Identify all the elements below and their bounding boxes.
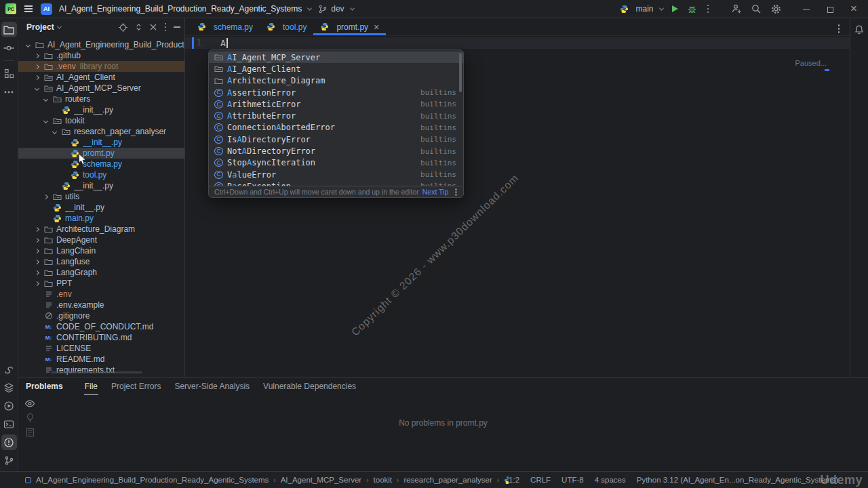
tab-promt-py[interactable]: promt.py× <box>313 18 386 35</box>
view-options-eye-icon[interactable] <box>24 399 35 408</box>
close-tab-icon[interactable]: × <box>374 22 379 32</box>
tree-item-readme-md[interactable]: M↓README.md <box>18 354 184 365</box>
settings-gear-icon[interactable] <box>770 3 782 15</box>
chevron-collapsed-icon[interactable] <box>35 281 39 285</box>
status-indicator-4[interactable]: 4 spaces <box>595 476 626 484</box>
commit-tool-icon[interactable] <box>1 40 17 56</box>
tree-item-utils[interactable]: utils <box>18 191 184 202</box>
status-indicator-utf-8[interactable]: UTF-8 <box>561 476 584 484</box>
status-indicator-crlf[interactable]: CRLF <box>530 476 551 484</box>
popup-scrollbar[interactable] <box>459 53 462 92</box>
tree-item-architecture-diagram[interactable]: Architecture_Diagram <box>18 224 184 235</box>
status-indicator-python[interactable]: Python 3.12 (AI_Agent_En...on_Ready_Agen… <box>637 476 838 484</box>
version-control-tool-icon[interactable] <box>1 453 17 468</box>
notifications-bell-icon[interactable] <box>854 24 865 35</box>
branch-switcher[interactable]: dev <box>318 4 353 14</box>
project-switcher[interactable]: AI_Agent_Engineering_Build_Production_Re… <box>59 4 311 14</box>
tab-tool-py[interactable]: tool.py <box>260 18 313 35</box>
chevron-collapsed-icon[interactable] <box>35 259 39 264</box>
completion-item-stopasynciteration[interactable]: CStopAsyncIterationbuiltins <box>209 157 463 169</box>
tree-item-env-example[interactable]: .env.example <box>18 300 184 310</box>
tab-options-icon[interactable] <box>837 23 842 35</box>
completion-item-assertionerror[interactable]: CAssertionErrorbuiltins <box>209 87 463 98</box>
tree-item-tookit[interactable]: tookit <box>18 115 184 126</box>
completion-item-connectionabortederror[interactable]: CConnectionAbortedErrorbuiltins <box>209 122 463 134</box>
more-actions-icon[interactable] <box>706 3 711 15</box>
python-packages-tool-icon[interactable] <box>1 361 17 377</box>
close-button[interactable]: × <box>846 2 861 16</box>
breadcrumb-item-research-paper-analyser[interactable]: research_paper_analyser <box>403 476 492 484</box>
project-tool-icon[interactable] <box>1 22 17 37</box>
tree-item-ai-agent-mcp-server[interactable]: AI_Agent_MCP_Server <box>18 83 184 94</box>
tree-item-schema-py[interactable]: schema.py <box>18 159 184 169</box>
search-icon[interactable] <box>751 3 762 14</box>
tree-item-env[interactable]: .env <box>18 289 184 300</box>
problems-tool-icon[interactable] <box>1 434 17 450</box>
chevron-collapsed-icon[interactable] <box>43 194 48 199</box>
problems-tab-server-side-analysis[interactable]: Server-Side Analysis <box>167 378 256 395</box>
tree-item-deepagent[interactable]: DeepAgent <box>18 235 184 245</box>
maximize-button[interactable] <box>823 3 837 14</box>
chevron-collapsed-icon[interactable] <box>35 75 39 79</box>
tree-item-routers[interactable]: routers <box>18 94 184 104</box>
problems-tab-file[interactable]: File <box>78 378 104 395</box>
breadcrumb-item-promt-py[interactable]: promt.py <box>504 476 509 485</box>
report-document-icon[interactable] <box>26 428 35 437</box>
expand-selection-icon[interactable] <box>134 22 143 32</box>
completion-item-arithmeticerror[interactable]: CArithmeticErrorbuiltins <box>209 98 463 110</box>
tree-item-gitignore[interactable]: .gitignore <box>18 310 184 321</box>
tree-item-github[interactable]: .github <box>18 50 184 61</box>
problems-panel-title[interactable]: Problems <box>26 382 63 391</box>
structure-tool-icon[interactable] <box>1 66 17 81</box>
chevron-collapsed-icon[interactable] <box>35 53 39 58</box>
breadcrumb-item-tookit[interactable]: tookit <box>374 476 393 484</box>
chevron-expanded-icon[interactable] <box>35 85 39 90</box>
tree-item-license[interactable]: LICENSE <box>18 343 184 354</box>
next-tip-link[interactable]: Next Tip <box>422 188 449 196</box>
tree-item-langgraph[interactable]: LangGraph <box>18 267 184 278</box>
chevron-expanded-icon[interactable] <box>43 96 48 101</box>
chevron-collapsed-icon[interactable] <box>35 64 39 68</box>
locate-file-icon[interactable] <box>118 22 128 33</box>
completion-item-valueerror[interactable]: CValueErrorbuiltins <box>209 169 463 180</box>
tree-item-tool-py[interactable]: tool.py <box>18 169 184 180</box>
tree-item-ai-agent-client[interactable]: AI_Agent_Client <box>18 72 184 83</box>
tree-item-ppt[interactable]: PPT <box>18 278 184 289</box>
tree-item-init-py[interactable]: __init__.py <box>18 104 184 115</box>
services-tool-icon[interactable] <box>1 380 17 395</box>
chevron-collapsed-icon[interactable] <box>35 248 39 253</box>
completion-item-attributeerror[interactable]: CAttributeErrorbuiltins <box>209 110 463 121</box>
tree-item-init-py[interactable]: __init__.py <box>18 137 184 148</box>
chevron-expanded-icon[interactable] <box>52 129 57 134</box>
status-indicator-1-2[interactable]: 1:2 <box>509 476 519 484</box>
terminal-tool-icon[interactable] <box>1 416 17 432</box>
tree-item-requirements-txt[interactable]: requirements.txt <box>18 365 184 375</box>
popup-options-icon[interactable] <box>454 187 457 196</box>
panel-options-icon[interactable] <box>163 22 168 33</box>
tree-item-ai-agent-engineering-build-production-ready-age[interactable]: AI_Agent_Engineering_Build_Production_Re… <box>18 39 184 50</box>
chevron-collapsed-icon[interactable] <box>35 270 39 274</box>
problems-tab-project-errors[interactable]: Project Errors <box>104 378 167 395</box>
tree-item-venv[interactable]: .venvlibrary root <box>18 61 184 72</box>
completion-item-baseexception[interactable]: CBaseExceptionbuiltins <box>209 180 463 186</box>
run-button[interactable] <box>672 5 678 12</box>
chevron-expanded-icon[interactable] <box>43 118 48 123</box>
tree-item-langchain[interactable]: LangChain <box>18 245 184 256</box>
completion-item-architecture-diagram[interactable]: Architecture_Diagram <box>209 75 463 87</box>
main-menu-icon[interactable] <box>23 3 34 15</box>
tree-item-init-py[interactable]: __init__.py <box>18 180 184 191</box>
breadcrumb-item-ai-agent-engineering-build-production-ready-agentic-systems[interactable]: AI_Agent_Engineering_Build_Production_Re… <box>36 476 269 484</box>
more-tool-windows-icon[interactable] <box>1 84 17 100</box>
debug-button[interactable] <box>687 4 697 14</box>
collapse-all-icon[interactable] <box>149 23 157 31</box>
completion-item-ai-agent-client[interactable]: AI_Agent_Client <box>209 63 463 75</box>
minimize-button[interactable] <box>799 3 814 14</box>
inspection-status[interactable]: Paused... <box>795 59 827 67</box>
run-configuration[interactable]: main <box>620 4 663 14</box>
tree-item-contributing-md[interactable]: M↓CONTRIBUTING.md <box>18 332 184 343</box>
add-user-icon[interactable] <box>731 3 742 14</box>
tree-item-research-paper-analyser[interactable]: research_paper_analyser <box>18 126 184 137</box>
chevron-expanded-icon[interactable] <box>26 42 31 47</box>
run-tool-icon[interactable] <box>1 398 17 413</box>
tree-item-langfuse[interactable]: Langfuse <box>18 256 184 267</box>
